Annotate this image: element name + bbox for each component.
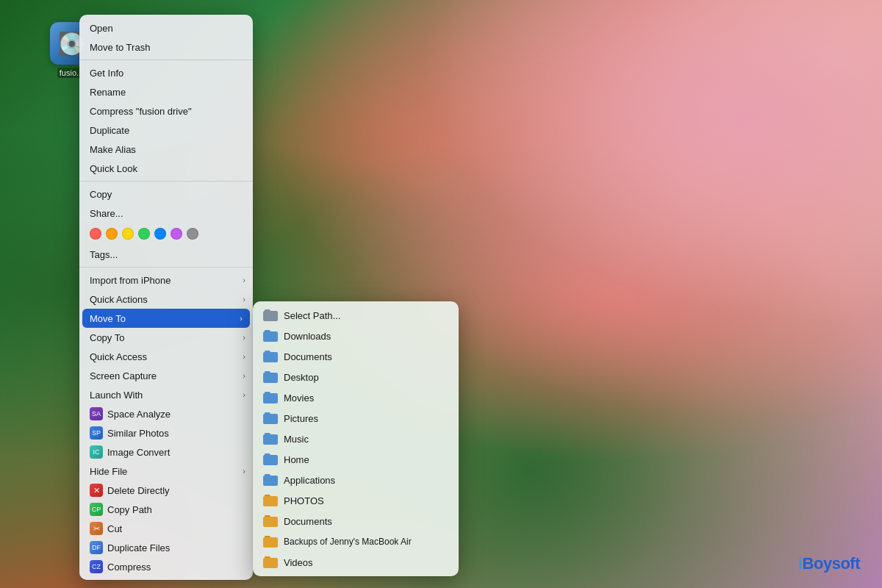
- menu-item-quick-access[interactable]: Quick Access ›: [79, 347, 253, 366]
- submenu-item-home[interactable]: Home: [253, 449, 459, 470]
- menu-item-image-convert[interactable]: IC Image Convert: [79, 442, 253, 462]
- space-analyze-icon: SA: [90, 407, 103, 420]
- menu-item-screen-capture[interactable]: Screen Capture ›: [79, 366, 253, 385]
- menu-item-share[interactable]: Share...: [79, 204, 253, 223]
- submenu-item-documents[interactable]: Documents: [253, 346, 459, 367]
- menu-item-hide-file[interactable]: Hide File ›: [79, 462, 253, 481]
- menu-item-copy-path[interactable]: CP Copy Path: [79, 500, 253, 519]
- tag-yellow[interactable]: [122, 228, 134, 240]
- menu-item-compress2[interactable]: CZ Compress: [79, 557, 253, 576]
- folder-icon-desktop: [263, 371, 278, 383]
- chevron-icon: ›: [240, 314, 243, 323]
- tag-orange[interactable]: [106, 228, 118, 240]
- menu-item-make-alias-label: Make Alias: [90, 144, 136, 155]
- menu-item-get-info[interactable]: Get Info: [79, 63, 253, 82]
- menu-item-quick-access-label: Quick Access: [90, 351, 147, 362]
- submenu-item-videos[interactable]: Videos: [253, 552, 459, 573]
- menu-item-quick-actions[interactable]: Quick Actions ›: [79, 290, 253, 309]
- menu-item-image-convert-label: Image Convert: [107, 447, 170, 458]
- folder-icon-backups: [263, 536, 278, 548]
- submenu-item-movies[interactable]: Movies: [253, 387, 459, 408]
- divider-3: [79, 267, 253, 268]
- menu-item-copy[interactable]: Copy: [79, 184, 253, 204]
- copy-path-icon: CP: [90, 503, 103, 516]
- menu-item-copy-to[interactable]: Copy To ›: [79, 328, 253, 347]
- menu-item-import-iphone[interactable]: Import from iPhone ›: [79, 270, 253, 290]
- submenu-item-pictures[interactable]: Pictures: [253, 408, 459, 429]
- divider-1: [79, 60, 253, 60]
- chevron-icon: ›: [243, 371, 245, 380]
- submenu-item-documents2[interactable]: Documents: [253, 511, 459, 531]
- folder-icon-documents: [263, 351, 278, 362]
- menu-item-similar-photos[interactable]: SP Similar Photos: [79, 423, 253, 442]
- context-menu: Open Move to Trash Get Info Rename Compr…: [79, 15, 253, 580]
- submenu-item-backups[interactable]: Backups of Jenny's MacBook Air: [253, 531, 459, 552]
- menu-item-rename[interactable]: Rename: [79, 82, 253, 101]
- submenu-item-select-path-label: Select Path...: [284, 310, 340, 321]
- menu-item-space-analyze-label: Space Analyze: [107, 409, 171, 420]
- menu-item-tags[interactable]: Tags...: [79, 245, 253, 264]
- submenu-item-movies-label: Movies: [284, 392, 314, 404]
- tag-red[interactable]: [90, 228, 101, 240]
- menu-item-copy-to-label: Copy To: [90, 332, 124, 343]
- iboysoft-text: Boysoft: [803, 554, 860, 573]
- menu-item-move-to[interactable]: Move To ›: [82, 309, 250, 328]
- submenu-move-to: Select Path... Downloads Documents Deskt…: [253, 301, 459, 576]
- chevron-icon: ›: [243, 390, 245, 399]
- tags-row: [79, 223, 253, 245]
- tag-green[interactable]: [138, 228, 150, 240]
- similar-photos-icon: SP: [90, 426, 103, 440]
- menu-item-cut[interactable]: ✂ Cut: [79, 519, 253, 538]
- folder-icon-movies: [263, 392, 278, 404]
- menu-item-duplicate-files[interactable]: DF Duplicate Files: [79, 538, 253, 557]
- submenu-item-applications-label: Applications: [284, 475, 335, 486]
- menu-item-open[interactable]: Open: [79, 18, 253, 37]
- submenu-item-documents2-label: Documents: [284, 516, 332, 527]
- menu-item-launch-with[interactable]: Launch With ›: [79, 385, 253, 404]
- tag-blue[interactable]: [154, 228, 166, 240]
- delete-directly-icon: ✕: [90, 484, 103, 497]
- menu-item-open-label: Open: [90, 23, 113, 34]
- chevron-icon: ›: [243, 276, 245, 284]
- tag-gray[interactable]: [187, 228, 198, 240]
- submenu-item-photos[interactable]: PHOTOS: [253, 490, 459, 511]
- iboysoft-logo: iBoysoft: [798, 554, 860, 573]
- menu-item-compress[interactable]: Compress "fusion drive": [79, 101, 253, 121]
- menu-item-get-info-label: Get Info: [90, 68, 123, 79]
- menu-item-screen-capture-label: Screen Capture: [90, 370, 157, 381]
- menu-item-rename-label: Rename: [90, 87, 126, 98]
- menu-item-launch-with-label: Launch With: [90, 390, 143, 401]
- submenu-item-music[interactable]: Music: [253, 429, 459, 449]
- divider-2: [79, 181, 253, 182]
- submenu-item-videos-label: Videos: [284, 557, 313, 568]
- menu-item-compress2-label: Compress: [107, 562, 151, 573]
- submenu-item-music-label: Music: [284, 434, 309, 445]
- menu-item-tags-label: Tags...: [90, 249, 118, 260]
- submenu-item-documents-label: Documents: [284, 351, 332, 362]
- chevron-icon: ›: [243, 295, 245, 304]
- menu-item-delete-directly[interactable]: ✕ Delete Directly: [79, 481, 253, 500]
- compress-icon: CZ: [90, 560, 103, 573]
- cut-icon: ✂: [90, 522, 103, 535]
- folder-icon-documents2: [263, 515, 278, 527]
- menu-item-duplicate[interactable]: Duplicate: [79, 121, 253, 140]
- menu-item-make-alias[interactable]: Make Alias: [79, 140, 253, 159]
- menu-item-share-label: Share...: [90, 208, 123, 219]
- submenu-item-applications[interactable]: Applications: [253, 470, 459, 490]
- menu-item-quick-look[interactable]: Quick Look: [79, 159, 253, 178]
- submenu-item-select-path[interactable]: Select Path...: [253, 305, 459, 326]
- menu-item-duplicate-files-label: Duplicate Files: [107, 542, 170, 553]
- menu-item-quick-look-label: Quick Look: [90, 163, 137, 174]
- submenu-item-downloads[interactable]: Downloads: [253, 326, 459, 346]
- menu-item-duplicate-label: Duplicate: [90, 125, 129, 136]
- menu-item-space-analyze[interactable]: SA Space Analyze: [79, 404, 253, 423]
- menu-item-import-iphone-label: Import from iPhone: [90, 275, 171, 286]
- submenu-item-desktop[interactable]: Desktop: [253, 367, 459, 387]
- folder-icon-photos: [263, 495, 278, 506]
- menu-item-move-trash[interactable]: Move to Trash: [79, 37, 253, 57]
- folder-icon-music: [263, 433, 278, 445]
- folder-icon-select-path: [263, 309, 278, 321]
- tag-purple[interactable]: [171, 228, 182, 240]
- menu-item-move-to-label: Move To: [90, 313, 126, 324]
- menu-item-hide-file-label: Hide File: [90, 466, 127, 477]
